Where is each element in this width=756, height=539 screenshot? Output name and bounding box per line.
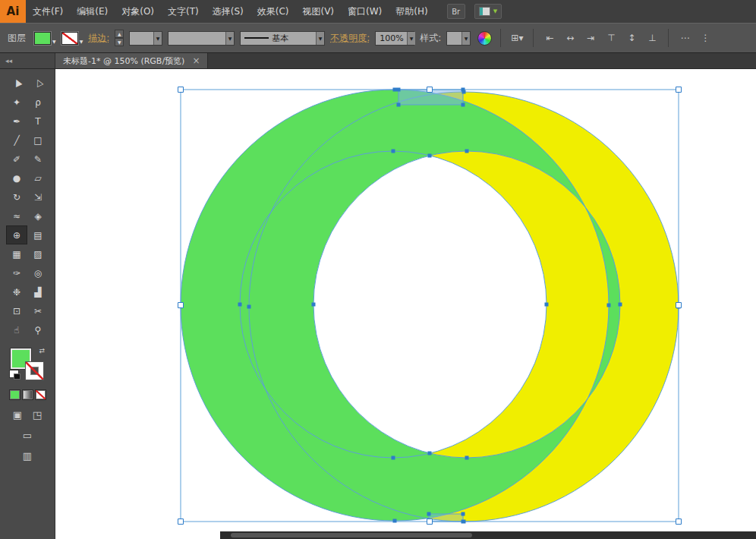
draw-behind-icon[interactable]: ◳ (30, 408, 44, 421)
tab-bar: ◂◂ 未标题-1* @ 150% (RGB/预览) × (0, 53, 756, 69)
opacity-label[interactable]: 不透明度: (330, 32, 370, 45)
chevron-down-icon[interactable]: ▼ (461, 32, 471, 45)
transform-menu-icon[interactable]: ⊞▾ (509, 30, 524, 46)
tool-gradient[interactable]: ▨ (27, 244, 49, 263)
distribute-vertical-icon[interactable]: ⋮ (698, 30, 713, 46)
scrollbar-thumb[interactable] (231, 533, 472, 537)
brush-definition-dropdown[interactable]: 基本 ▼ (240, 31, 325, 46)
tool-eyedropper[interactable]: ✑ (6, 263, 27, 282)
width-profile-dropdown[interactable]: ▼ (168, 31, 235, 46)
align-right-icon[interactable]: ⇥ (583, 30, 598, 46)
tool-blend[interactable]: ◎ (27, 263, 49, 282)
swap-fill-stroke-icon[interactable]: ⇄ (39, 347, 45, 355)
brush-stroke-preview-icon (244, 37, 269, 39)
menu-bar: Ai 文件(F) 编辑(E) 对象(O) 文字(T) 选择(S) 效果(C) 视… (0, 0, 756, 23)
align-left-icon[interactable]: ⇤ (542, 30, 557, 46)
tool-paintbrush[interactable]: ✐ (6, 150, 27, 169)
screen-mode-icon[interactable]: ▭ (20, 429, 34, 441)
distribute-horizontal-icon[interactable]: ⋯ (677, 30, 692, 46)
small-rectangle-shape-bottom[interactable] (429, 514, 463, 522)
draw-normal-icon[interactable]: ▣ (11, 408, 24, 421)
menu-object[interactable]: 对象(O) (115, 0, 161, 23)
horizontal-scrollbar[interactable] (220, 531, 756, 539)
chevron-down-icon[interactable]: ▼ (153, 32, 162, 45)
stroke-none-swatch (61, 32, 78, 45)
tool-mesh[interactable]: ▦ (6, 244, 27, 263)
menu-edit[interactable]: 编辑(E) (70, 0, 115, 23)
workspace-switcher[interactable]: ▼ (474, 4, 502, 19)
tool-artboard[interactable]: ⊡ (6, 301, 27, 320)
chevron-down-icon[interactable]: ▼ (225, 32, 235, 45)
bridge-icon[interactable]: Br (447, 4, 465, 19)
workspace-layout-icon (479, 7, 490, 16)
stroke-weight-dropdown[interactable]: ▼ (129, 31, 162, 46)
document-title: 未标题-1* @ 150% (RGB/预览) (63, 55, 184, 67)
align-center-horizontal-icon[interactable]: ↔ (562, 30, 578, 46)
stepper-down-icon[interactable]: ▼ (115, 38, 124, 46)
stroke-hole (30, 367, 39, 375)
stroke-color-well[interactable]: ▼ (61, 32, 83, 45)
menu-view[interactable]: 视图(V) (295, 0, 341, 23)
tool-hand[interactable]: ☝ (6, 320, 27, 339)
tool-eraser[interactable]: ▱ (27, 169, 49, 188)
tool-perspective-grid[interactable]: ▤ (27, 225, 49, 244)
chevron-down-icon: ▼ (80, 39, 83, 45)
align-middle-vertical-icon[interactable]: ↕ (624, 30, 639, 46)
default-swatches-icon[interactable] (9, 370, 19, 378)
fill-color-well[interactable]: ▼ (34, 32, 56, 45)
color-button[interactable] (9, 389, 20, 400)
stepper-up-icon[interactable]: ▲ (115, 30, 124, 38)
tool-type[interactable]: T (27, 112, 49, 131)
tool-magic-wand[interactable]: ✦ (6, 93, 27, 112)
panel-stack-row: ▥ (20, 449, 34, 462)
screen-mode-row: ▭ (20, 429, 34, 441)
app-logo-icon: Ai (0, 0, 26, 23)
chevron-down-icon[interactable]: ▼ (407, 32, 416, 45)
menu-window[interactable]: 窗口(W) (341, 0, 389, 23)
tool-line[interactable]: ╱ (6, 131, 27, 150)
tools-grid: ▶ ▷ ✦ ρ ✒ T ╱ □ ✐ ✎ ● ▱ ↻ ⇲ ≈ ◈ ⊕ ▤ ▦ ▨ (6, 74, 49, 339)
tool-free-transform[interactable]: ◈ (27, 206, 49, 225)
fill-swatch (34, 32, 51, 45)
status-bar-spacer (55, 531, 220, 539)
artwork-svg (55, 69, 756, 534)
style-dropdown[interactable]: ▼ (446, 31, 471, 46)
tool-width[interactable]: ≈ (6, 206, 27, 225)
menu-help[interactable]: 帮助(H) (389, 0, 434, 23)
tool-symbol-sprayer[interactable]: ❉ (6, 282, 27, 301)
document-tab[interactable]: 未标题-1* @ 150% (RGB/预览) × (55, 53, 208, 68)
divider (668, 29, 669, 47)
opacity-dropdown[interactable]: 100% ▼ (375, 31, 414, 46)
tool-lasso[interactable]: ρ (27, 93, 49, 112)
menu-type[interactable]: 文字(T) (161, 0, 206, 23)
toolbar-stroke-none-swatch[interactable] (25, 361, 44, 380)
panel-stack-icon[interactable]: ▥ (20, 449, 34, 462)
tool-slice[interactable]: ✂ (27, 301, 49, 320)
align-top-icon[interactable]: ⊤ (603, 30, 619, 46)
tool-rectangle[interactable]: □ (27, 131, 49, 150)
close-icon[interactable]: × (192, 55, 200, 66)
fill-stroke-widget: ⇄ (9, 347, 46, 380)
tool-scale[interactable]: ⇲ (27, 188, 49, 206)
recolor-artwork-icon[interactable] (477, 31, 492, 46)
menu-select[interactable]: 选择(S) (206, 0, 250, 23)
menu-file[interactable]: 文件(F) (26, 0, 70, 23)
chevron-down-icon[interactable]: ▼ (316, 32, 325, 45)
align-bottom-icon[interactable]: ⊥ (644, 30, 660, 46)
tool-column-graph[interactable]: ▟ (27, 282, 49, 301)
tool-pen[interactable]: ✒ (6, 112, 27, 131)
panel-collapse-icon[interactable]: ◂◂ (0, 53, 55, 68)
none-button[interactable] (35, 389, 46, 400)
stroke-label[interactable]: 描边: (88, 32, 109, 45)
tool-rotate[interactable]: ↻ (6, 188, 27, 206)
menu-bar-icons: Br ▼ (447, 4, 502, 19)
tool-blob-brush[interactable]: ● (6, 169, 27, 188)
opacity-value: 100% (380, 33, 403, 43)
tool-shape-builder[interactable]: ⊕ (6, 225, 27, 244)
tool-zoom[interactable]: ⚲ (27, 320, 49, 339)
gradient-button[interactable] (22, 389, 33, 400)
stroke-weight-stepper[interactable]: ▲ ▼ (115, 30, 124, 46)
menu-effect[interactable]: 效果(C) (250, 0, 296, 23)
canvas-area[interactable] (55, 69, 756, 539)
tool-pencil[interactable]: ✎ (27, 150, 49, 169)
